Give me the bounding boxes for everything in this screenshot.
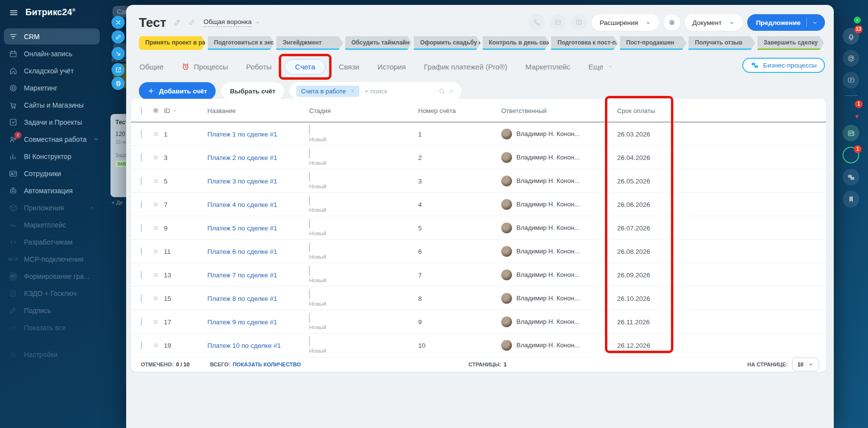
row-checkbox[interactable]	[141, 270, 142, 279]
invoice-link[interactable]: Платеж 8 по сделке #1	[207, 294, 277, 302]
tab-more[interactable]: Еще	[588, 63, 613, 71]
stage-chip-3[interactable]: Энгейджмент	[276, 36, 343, 50]
stage-progress-bar[interactable]	[309, 243, 310, 252]
row-menu-icon[interactable]	[152, 130, 160, 138]
slider-open-new-tab-button[interactable]	[111, 63, 125, 76]
sidebar-item-fg[interactable]: ФГФормирование гра...	[4, 268, 100, 284]
tab-history[interactable]: История	[378, 63, 406, 71]
column-header-responsible[interactable]: Ответственный	[501, 107, 547, 114]
stage-chip-5[interactable]: Оформить свадьбу к...	[414, 36, 481, 50]
settings-gear-button[interactable]	[664, 14, 680, 31]
rail-ai-assistant[interactable]: 1	[843, 103, 859, 119]
row-checkbox[interactable]	[141, 130, 142, 138]
responsible-name[interactable]: Владимир Н. Конон...	[516, 318, 579, 325]
invoice-link[interactable]: Платеж 6 по сделке #1	[207, 248, 277, 255]
stage-progress-bar[interactable]	[309, 125, 310, 135]
responsible-name[interactable]: Владимир Н. Конон...	[516, 294, 579, 302]
tab-payment-schedule[interactable]: График платежей (Pro®)	[424, 63, 508, 71]
row-menu-icon[interactable]	[152, 224, 160, 232]
sidebar-item-inventory[interactable]: Складской учёт	[4, 63, 100, 79]
responsible-name[interactable]: Владимир Н. Конон...	[516, 177, 579, 184]
stage-progress-bar[interactable]	[309, 266, 310, 275]
stage-chip-7[interactable]: Подготовка к пост-п...	[551, 36, 618, 50]
sidebar-item-online-booking[interactable]: Онлайн-запись	[4, 45, 100, 62]
row-checkbox[interactable]	[141, 177, 142, 185]
sidebar-item-bi-builder[interactable]: BI Конструктор	[4, 148, 100, 164]
stage-chip-9[interactable]: Получить отзыв	[689, 36, 756, 50]
sidebar-item-crm[interactable]: CRM	[4, 28, 100, 45]
sidebar-item-show-all[interactable]: Показать все	[4, 319, 100, 336]
sidebar-item-employees[interactable]: Сотрудники	[4, 165, 100, 181]
stage-progress-bar[interactable]	[309, 219, 310, 228]
sidebar-item-marketplace[interactable]: Маркетплейс	[4, 217, 100, 233]
sidebar-item-marketing[interactable]: Маркетинг	[4, 80, 100, 96]
invoice-link[interactable]: Платеж 1 по сделке #1	[207, 130, 277, 137]
invoice-link[interactable]: Платеж 7 по сделке #1	[207, 271, 277, 278]
search-icon[interactable]	[438, 88, 445, 95]
row-menu-icon[interactable]	[152, 154, 160, 161]
row-checkbox[interactable]	[141, 153, 142, 161]
stage-progress-bar[interactable]	[309, 290, 310, 299]
copy-link-icon[interactable]	[188, 19, 196, 26]
stage-chip-2[interactable]: Подготовиться к энг...	[208, 36, 275, 50]
slider-copy-link-button[interactable]	[111, 30, 125, 44]
tab-invoices[interactable]: Счета	[285, 59, 325, 74]
row-menu-icon[interactable]	[152, 177, 160, 185]
tab-general[interactable]: Общие	[139, 63, 163, 71]
row-menu-icon[interactable]	[152, 271, 160, 279]
rail-bookmarks[interactable]	[843, 191, 859, 207]
row-menu-icon[interactable]	[152, 294, 160, 302]
invoice-link[interactable]: Платеж 2 по сделке #1	[207, 154, 277, 161]
tab-robots[interactable]: Роботы	[246, 63, 271, 71]
sidebar-item-developers[interactable]: Разработчикам	[4, 234, 100, 250]
responsible-name[interactable]: Владимир Н. Конон...	[516, 154, 579, 161]
proposal-button[interactable]: Предложение	[747, 14, 825, 31]
funnel-selector[interactable]: Общая воронка	[203, 18, 261, 27]
responsible-name[interactable]: Владимир Н. Конон...	[516, 224, 579, 231]
phone-icon[interactable]	[529, 14, 545, 31]
row-checkbox[interactable]	[141, 317, 142, 326]
rail-news-feed[interactable]	[843, 125, 859, 141]
add-invoice-button[interactable]: Добавить счёт	[139, 82, 216, 100]
sidebar-item-kedo[interactable]: КЭДО + Госключ	[4, 285, 100, 301]
row-menu-icon[interactable]	[152, 318, 160, 326]
filter-search-field[interactable]: Счета в работе + поиск	[289, 82, 462, 100]
row-checkbox[interactable]	[141, 200, 142, 208]
row-menu-icon[interactable]	[152, 201, 160, 208]
stage-chip-6[interactable]: Контроль в день сва...	[483, 36, 550, 50]
invoice-link[interactable]: Платеж 4 по сделке #1	[207, 201, 277, 208]
invoice-link[interactable]: Платеж 10 по сделке #1	[207, 341, 281, 349]
sidebar-item-tasks-projects[interactable]: Задачи и Проекты	[4, 114, 100, 130]
responsible-name[interactable]: Владимир Н. Конон...	[516, 248, 579, 255]
stage-chip-10[interactable]: Завершить сделку	[757, 36, 824, 50]
stage-chip-8[interactable]: Пост-продакшен	[620, 36, 687, 50]
clear-search-icon[interactable]	[448, 88, 455, 94]
rail-support[interactable]	[843, 50, 859, 67]
rail-chats[interactable]	[843, 169, 859, 185]
row-menu-icon[interactable]	[152, 341, 160, 349]
rail-messenger[interactable]	[843, 72, 859, 89]
stage-chip-4[interactable]: Обсудить таймлайн ...	[345, 36, 412, 50]
row-checkbox[interactable]	[141, 294, 142, 302]
row-checkbox[interactable]	[141, 341, 142, 349]
responsible-name[interactable]: Владимир Н. Конон...	[516, 271, 579, 278]
invoice-link[interactable]: Платеж 5 по сделке #1	[207, 224, 277, 231]
stage-progress-bar[interactable]	[309, 337, 310, 346]
sidebar-item-sign[interactable]: Подпись	[4, 302, 100, 318]
tab-processes[interactable]: Процессы	[181, 63, 228, 71]
slider-minimize-button[interactable]	[111, 47, 125, 60]
stage-progress-bar[interactable]	[309, 313, 310, 322]
rail-notifications[interactable]: 13	[843, 28, 859, 45]
row-checkbox[interactable]	[141, 247, 142, 255]
sidebar-item-mcp[interactable]: MCPMCP-подключения	[4, 251, 100, 267]
select-all-checkbox[interactable]	[141, 106, 142, 114]
edit-title-icon[interactable]	[173, 19, 181, 26]
business-processes-button[interactable]: Бизнес-процессы	[742, 58, 825, 73]
remove-filter-icon[interactable]	[350, 89, 355, 93]
extensions-button[interactable]: Расширения	[592, 14, 659, 31]
row-checkbox[interactable]	[141, 224, 142, 232]
column-header-stage[interactable]: Стадия	[309, 107, 331, 114]
sidebar-item-collaboration[interactable]: 2Совместная работа	[4, 131, 100, 147]
columns-settings-icon[interactable]	[152, 107, 159, 114]
responsible-name[interactable]: Владимир Н. Конон...	[516, 201, 579, 208]
